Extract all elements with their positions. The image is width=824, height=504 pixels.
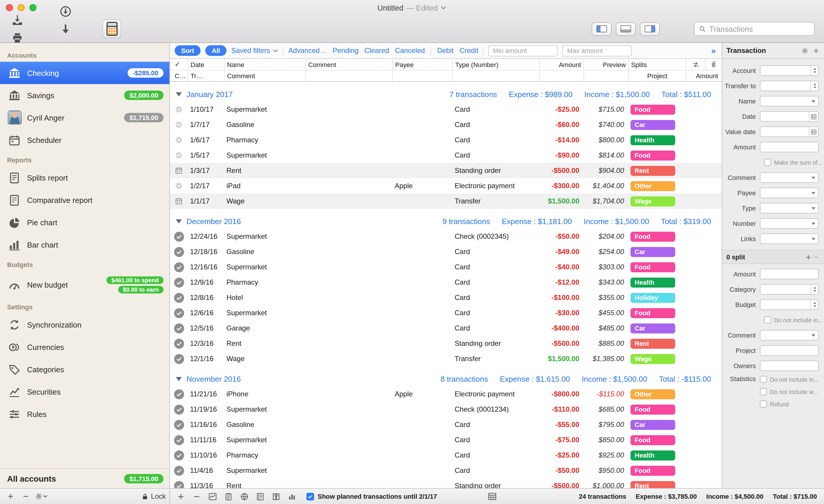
category-badge[interactable]: Wage	[630, 354, 675, 364]
disclosure-triangle-icon[interactable]	[176, 219, 182, 223]
column-subheader-cleared[interactable]: C…	[170, 71, 188, 81]
combo-arrow-icon[interactable]	[811, 237, 818, 240]
combo-arrow-icon[interactable]	[811, 100, 818, 103]
transaction-row[interactable]: 11/10/16PharmacyCard-$25.00$925.00Health	[170, 447, 722, 463]
ledger-toolbar-button[interactable]	[253, 489, 268, 503]
remove-split-button[interactable]	[812, 253, 820, 261]
pending-icon[interactable]	[174, 135, 184, 145]
planned-transactions-toggle[interactable]: Show planned transactions until 2/1/17	[306, 493, 437, 500]
zoom-window-button[interactable]	[29, 4, 36, 11]
combo-arrow-icon[interactable]	[811, 176, 818, 179]
combo-arrow-icon[interactable]	[811, 207, 818, 210]
category-badge[interactable]: Car	[630, 420, 675, 430]
filter-link-cleared[interactable]: Cleared	[365, 46, 389, 55]
category-badge[interactable]: Wage	[630, 196, 675, 206]
column-subheader-amount[interactable]: Amount	[686, 71, 720, 81]
sidebar-item-synchronization[interactable]: Synchronization	[0, 313, 170, 336]
stepper-icon[interactable]	[811, 285, 818, 294]
category-badge[interactable]: Other	[630, 181, 675, 191]
pending-icon[interactable]	[174, 104, 184, 114]
filter-link-pending[interactable]: Pending	[333, 46, 358, 55]
column-subheader-comment[interactable]: Comment	[224, 71, 305, 81]
category-badge[interactable]: Health	[630, 277, 675, 287]
transaction-row[interactable]: 12/1/16WageTransfer$1,500.00$1,385.00Wag…	[170, 351, 722, 367]
minus-toolbar-button[interactable]	[189, 489, 204, 503]
remove-account-button[interactable]	[19, 489, 33, 503]
cleared-icon[interactable]	[174, 354, 184, 364]
checkbox[interactable]	[764, 159, 771, 166]
cleared-icon[interactable]	[174, 231, 184, 241]
category-badge[interactable]: Car	[630, 120, 675, 130]
date-field[interactable]	[760, 111, 819, 122]
category-badge[interactable]: Health	[630, 450, 675, 460]
column-header-type-number[interactable]: Type (Number)	[452, 59, 539, 70]
journal-toolbar-button[interactable]	[269, 489, 284, 503]
cleared-icon[interactable]	[174, 481, 184, 488]
category-badge[interactable]: Food	[630, 104, 675, 114]
checkbox[interactable]	[764, 316, 771, 323]
category-badge[interactable]: Food	[630, 231, 675, 241]
category-badge[interactable]: Food	[630, 150, 675, 160]
transaction-row[interactable]: 12/9/16PharmacyCard-$12.00$343.00Health	[170, 275, 722, 290]
cleared-icon[interactable]	[174, 466, 184, 476]
owners-field[interactable]	[760, 361, 819, 371]
saved-filters-dropdown[interactable]: Saved filters	[231, 46, 278, 55]
sidebar-item-currencies[interactable]: Currencies	[0, 336, 170, 358]
sidebar-item-comparative-report[interactable]: Comparative report	[0, 189, 170, 211]
right-panel-view-button[interactable]	[640, 22, 660, 35]
pending-icon[interactable]	[174, 120, 184, 130]
traffic-lights[interactable]	[6, 4, 36, 11]
planned-date-picker-button[interactable]	[488, 492, 497, 501]
value-date-field[interactable]	[760, 126, 819, 137]
title-chevron-down-icon[interactable]	[441, 6, 447, 9]
column-subheader-transaction[interactable]: Tr…	[188, 71, 224, 81]
minimize-window-button[interactable]	[18, 4, 25, 11]
transaction-row[interactable]: 1/10/17SupermarketCard-$25.00$715.00Food	[170, 102, 722, 117]
project-field[interactable]	[760, 345, 819, 356]
category-badge[interactable]: Rent	[630, 166, 675, 176]
stepper-icon[interactable]	[811, 66, 818, 75]
combo-arrow-icon[interactable]	[811, 334, 818, 337]
category-badge[interactable]: Health	[630, 135, 675, 145]
planned-checkbox[interactable]	[306, 493, 314, 500]
column-header-comment[interactable]: Comment	[305, 59, 392, 70]
month-group-header[interactable]: November 20168 transactionsExpense : $1,…	[170, 371, 722, 386]
category-field[interactable]	[760, 284, 819, 295]
cleared-icon[interactable]	[174, 293, 184, 303]
add-transaction-button[interactable]	[812, 47, 820, 55]
cleared-icon[interactable]	[174, 247, 184, 257]
category-badge[interactable]: Car	[630, 247, 675, 257]
name-field[interactable]	[760, 96, 819, 106]
combo-arrow-icon[interactable]	[811, 222, 818, 225]
add-split-button[interactable]	[805, 253, 812, 261]
transaction-row[interactable]: 12/6/16SupermarketCard-$30.00$455.00Food	[170, 305, 722, 320]
payee-field[interactable]	[760, 188, 819, 198]
transaction-row[interactable]: 12/3/16RentStanding order-$500.00$885.00…	[170, 336, 722, 351]
disclosure-triangle-icon[interactable]	[176, 92, 182, 96]
column-header-[interactable]: ✓	[170, 59, 188, 70]
sidebar-item-checking[interactable]: Checking-$285.00	[0, 62, 170, 84]
links-field[interactable]	[760, 233, 819, 244]
stepper-icon[interactable]	[811, 81, 818, 91]
close-window-button[interactable]	[6, 4, 13, 11]
column-subheader-project[interactable]: Project	[628, 71, 686, 81]
category-badge[interactable]: Food	[630, 308, 675, 318]
transaction-row[interactable]: 12/8/16HotelCard-$100.00$355.00Holiday	[170, 290, 722, 305]
category-badge[interactable]: Car	[630, 323, 675, 333]
inspector-action-menu-button[interactable]	[801, 47, 809, 55]
clipboard-toolbar-button[interactable]	[221, 489, 236, 503]
cleared-icon[interactable]	[174, 450, 184, 460]
transaction-row[interactable]: 1/7/17GasolineCard-$60.00$740.00Car	[170, 117, 722, 132]
category-badge[interactable]: Food	[630, 404, 675, 414]
filter-link-advanced[interactable]: Advanced…	[288, 46, 327, 55]
sidebar-item-categories[interactable]: Categories	[0, 358, 170, 381]
left-panel-view-button[interactable]	[592, 22, 612, 35]
comment-field[interactable]	[760, 172, 819, 183]
stepper-icon[interactable]	[811, 300, 818, 309]
transaction-row[interactable]: 1/2/17iPadAppleElectronic payment-$300.0…	[170, 178, 722, 194]
cleared-icon[interactable]	[174, 277, 184, 287]
checkbox[interactable]	[760, 376, 767, 383]
date-picker-icon[interactable]	[809, 127, 818, 136]
cleared-icon[interactable]	[174, 435, 184, 445]
type-field[interactable]	[760, 203, 819, 213]
